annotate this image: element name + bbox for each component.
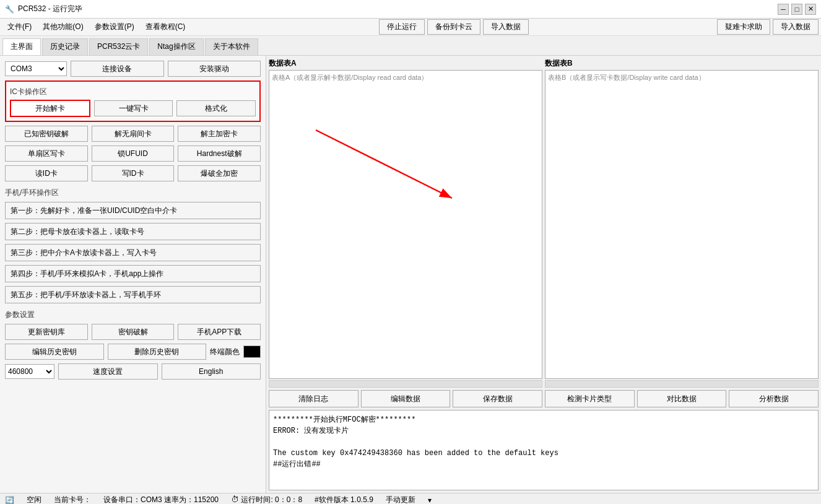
save-data-button[interactable]: 保存数据: [453, 390, 542, 407]
ic-card-group: IC卡操作区 开始解卡 一键写卡 格式化: [5, 80, 261, 122]
import-data-center-button[interactable]: 导入数据: [483, 19, 529, 35]
table-a-label: 数据表A: [269, 58, 542, 69]
terminal-color-label: 终端颜色: [210, 347, 240, 357]
card-label: 当前卡号：: [54, 495, 91, 504]
menu-file[interactable]: 文件(F): [2, 20, 37, 33]
unlock-enc-button[interactable]: 解主加密卡: [178, 126, 261, 142]
right-panel: 数据表A 表格A（或者显示解卡数据/Display read card data…: [266, 56, 821, 493]
step3-button[interactable]: 第三步：把中介卡A卡放读卡器上，写入卡号: [5, 244, 261, 261]
refresh-icon: 🔄: [5, 496, 14, 505]
table-b-label: 数据表B: [545, 58, 819, 69]
ic-row2: 已知密钥破解 解无扇间卡 解主加密卡: [5, 126, 261, 142]
param-row3: 460800 速度设置 English: [5, 363, 261, 380]
stop-run-button[interactable]: 停止运行: [379, 19, 425, 35]
brute-enc-button[interactable]: 爆破全加密: [178, 165, 261, 181]
step2-button[interactable]: 第二步：把母卡放在读卡器上，读取卡号: [5, 223, 261, 240]
main-layout: COM3 连接设备 安装驱动 IC卡操作区 开始解卡 一键写卡 格式化 已知密钥…: [0, 56, 821, 493]
clear-log-button[interactable]: 清除日志: [269, 390, 358, 407]
step4-button[interactable]: 第四步：手机/手环来模拟A卡，手机app上操作: [5, 265, 261, 282]
run-time-section: ⏱ 运行时间: 0：0：8: [231, 495, 302, 504]
table-a-hint: 表格A（或者显示解卡数据/Display read card data）: [272, 74, 428, 81]
baud-select[interactable]: 460800: [5, 364, 54, 379]
update-keys-button[interactable]: 更新密钥库: [5, 324, 88, 340]
statusbar: 🔄 空闲 当前卡号： 设备串口：COM3 速率为：115200 ⏱ 运行时间: …: [0, 493, 821, 504]
crack-key-button[interactable]: 密钥破解: [92, 324, 175, 340]
com-select[interactable]: COM3: [5, 61, 67, 76]
detect-card-button[interactable]: 检测卡片类型: [545, 390, 635, 407]
tab-main[interactable]: 主界面: [2, 38, 41, 55]
menubar: 文件(F) 其他功能(O) 参数设置(P) 查看教程(C) 停止运行 备份到卡云…: [0, 19, 821, 36]
difficult-card-button[interactable]: 疑难卡求助: [717, 19, 770, 35]
tables-row: 数据表A 表格A（或者显示解卡数据/Display read card data…: [269, 58, 819, 388]
param-row1: 更新密钥库 密钥破解 手机APP下载: [5, 324, 261, 340]
menubar-left: 文件(F) 其他功能(O) 参数设置(P) 查看教程(C): [2, 20, 190, 33]
terminal-line-4: ##运行出错##: [273, 459, 814, 470]
step5-button[interactable]: 第五步：把手机/手环放读卡器上，写手机手环: [5, 286, 261, 303]
app-icon: 🔧: [5, 5, 14, 14]
titlebar-left: 🔧 PCR532 - 运行完毕: [5, 4, 82, 14]
menubar-right: 疑难卡求助 导入数据: [717, 19, 819, 35]
restore-button[interactable]: □: [791, 4, 802, 15]
import-data-right-button[interactable]: 导入数据: [773, 19, 819, 35]
action-row: 清除日志 编辑数据 保存数据 检测卡片类型 对比数据 分析数据: [269, 390, 819, 407]
terminal-line-3: The custom key 0x474249438360 has been a…: [273, 448, 814, 459]
speed-button[interactable]: 速度设置: [58, 363, 158, 380]
ic-group-label: IC卡操作区: [10, 87, 256, 97]
table-a-scrollbar[interactable]: [269, 380, 542, 388]
table-a-section: 数据表A 表格A（或者显示解卡数据/Display read card data…: [269, 58, 542, 388]
download-app-button[interactable]: 手机APP下载: [178, 324, 261, 340]
edit-history-button[interactable]: 编辑历史密钥: [5, 344, 104, 360]
tab-ntag[interactable]: Ntag操作区: [149, 38, 203, 55]
terminal-color-box[interactable]: [243, 345, 261, 358]
single-write-button[interactable]: 单扇区写卡: [5, 146, 88, 162]
titlebar: 🔧 PCR532 - 运行完毕 ─ □ ✕: [0, 0, 821, 19]
ic-row4: 读ID卡 写ID卡 爆破全加密: [5, 165, 261, 181]
write-id-button[interactable]: 写ID卡: [92, 165, 175, 181]
format-button[interactable]: 格式化: [176, 100, 256, 116]
read-id-button[interactable]: 读ID卡: [5, 165, 88, 181]
close-button[interactable]: ✕: [805, 4, 816, 15]
terminal-line-2: [273, 437, 814, 448]
known-key-button[interactable]: 已知密钥破解: [5, 126, 88, 142]
lang-button[interactable]: English: [162, 363, 261, 380]
install-driver-button[interactable]: 安装驱动: [168, 61, 261, 77]
titlebar-controls: ─ □ ✕: [778, 4, 816, 15]
terminal: *********开始执行MFOC解密********* ERROR: 没有发现…: [269, 410, 819, 490]
tab-history[interactable]: 历史记录: [42, 38, 88, 55]
table-b-scrollbar[interactable]: [545, 380, 819, 388]
menu-settings[interactable]: 参数设置(P): [90, 20, 139, 33]
table-b-hint: 表格B（或者显示写卡数据/Display write card data）: [548, 74, 705, 81]
param-label: 参数设置: [5, 310, 261, 320]
start-decode-button[interactable]: 开始解卡: [10, 100, 90, 117]
step1-button[interactable]: 第一步：先解好卡，准备一张UID/CUID空白中介卡: [5, 202, 261, 219]
connect-device-button[interactable]: 连接设备: [71, 61, 164, 77]
minimize-button[interactable]: ─: [778, 4, 789, 15]
update-label[interactable]: 手动更新: [386, 495, 415, 504]
one-click-write-button[interactable]: 一键写卡: [94, 100, 173, 116]
table-b-section: 数据表B 表格B（或者显示写卡数据/Display write card dat…: [545, 58, 819, 388]
table-a-area: 表格A（或者显示解卡数据/Display read card data）: [269, 70, 542, 379]
param-row2: 编辑历史密钥 删除历史密钥 终端颜色: [5, 344, 261, 360]
tab-bar: 主界面 历史记录 PCR532云卡 Ntag操作区 关于本软件: [0, 36, 821, 56]
clock-icon: ⏱: [231, 495, 239, 504]
compare-data-button[interactable]: 对比数据: [637, 390, 727, 407]
version-label: #软件版本 1.0.5.9: [315, 495, 373, 504]
analyze-data-button[interactable]: 分析数据: [729, 390, 819, 407]
device-info: 设备串口：COM3 速率为：115200: [103, 495, 219, 504]
expand-icon: ▾: [428, 496, 432, 505]
edit-data-button[interactable]: 编辑数据: [361, 390, 451, 407]
menu-other[interactable]: 其他功能(O): [38, 20, 88, 33]
tab-cloud[interactable]: PCR532云卡: [89, 38, 148, 55]
com-row: COM3 连接设备 安装驱动: [5, 61, 261, 77]
hardnest-button[interactable]: Hardnest破解: [178, 146, 261, 162]
table-b-area: 表格B（或者显示写卡数据/Display write card data）: [545, 70, 819, 379]
phone-group-label: 手机/手环操作区: [5, 188, 261, 198]
unlock-door-button[interactable]: 解无扇间卡: [92, 126, 175, 142]
menu-tutorial[interactable]: 查看教程(C): [141, 20, 191, 33]
lock-uid-button[interactable]: 锁UFUID: [92, 146, 175, 162]
app-title: PCR532 - 运行完毕: [18, 4, 82, 14]
tab-about[interactable]: 关于本软件: [205, 38, 258, 55]
backup-cloud-button[interactable]: 备份到卡云: [427, 19, 480, 35]
run-time-value: 0：0：8: [275, 495, 302, 504]
delete-history-button[interactable]: 删除历史密钥: [108, 344, 207, 360]
